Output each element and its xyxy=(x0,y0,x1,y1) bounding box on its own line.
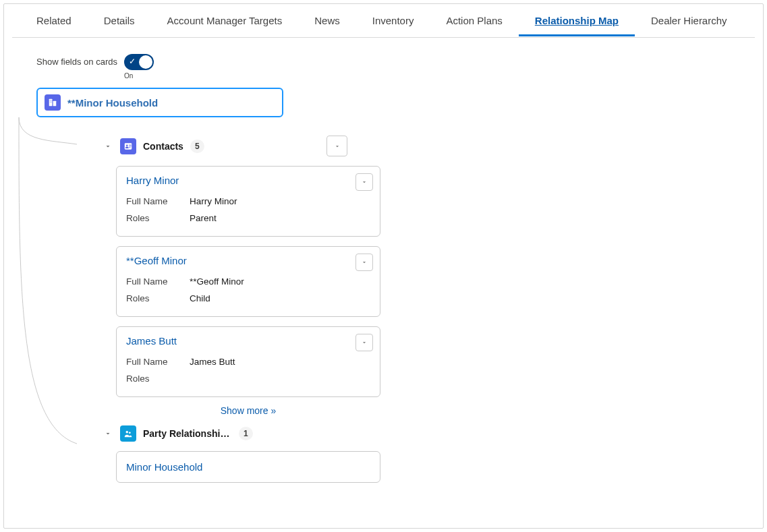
svg-rect-1 xyxy=(53,101,57,107)
field-row: Roles Parent xyxy=(126,210,372,227)
field-row: Roles Child xyxy=(126,290,372,307)
svg-rect-4 xyxy=(50,102,51,102)
contacts-count-badge: 5 xyxy=(190,140,204,153)
root-account-title: **Minor Household xyxy=(67,97,158,109)
field-value-roles: Parent xyxy=(190,213,217,223)
field-value-roles: Child xyxy=(190,293,210,303)
tree-area: **Minor Household Contacts 5 Harry Minor xyxy=(4,88,763,483)
svg-rect-2 xyxy=(50,100,51,101)
contacts-cards-column: Harry Minor Full Name Harry Minor Roles … xyxy=(116,166,380,420)
tab-account-manager-targets[interactable]: Account Manager Targets xyxy=(151,5,299,36)
account-icon xyxy=(45,94,61,111)
root-account-card[interactable]: **Minor Household xyxy=(36,88,283,117)
contact-card-menu-button[interactable] xyxy=(356,173,373,191)
contact-card-menu-button[interactable] xyxy=(356,334,373,351)
contact-card: James Butt Full Name James Butt Roles xyxy=(116,326,380,397)
contacts-icon xyxy=(120,138,136,154)
party-count-badge: 1 xyxy=(239,427,253,440)
contacts-show-more-link[interactable]: Show more » xyxy=(116,397,380,420)
tab-inventory[interactable]: Inventory xyxy=(356,5,430,36)
svg-rect-0 xyxy=(49,99,53,107)
tab-action-plans[interactable]: Action Plans xyxy=(430,5,518,36)
svg-rect-9 xyxy=(129,146,132,146)
show-fields-toggle-wrap: ✓ On xyxy=(124,54,154,80)
svg-rect-10 xyxy=(129,147,130,148)
contacts-section-menu-button[interactable] xyxy=(326,136,347,156)
party-card: Minor Household xyxy=(116,451,380,483)
party-cards-column: Minor Household xyxy=(116,451,380,483)
contacts-section-title: Contacts xyxy=(143,141,183,152)
field-row: Full Name Harry Minor xyxy=(126,193,372,210)
field-row: Full Name James Butt xyxy=(126,353,372,370)
field-label-full-name: Full Name xyxy=(126,196,190,206)
contact-card: **Geoff Minor Full Name **Geoff Minor Ro… xyxy=(116,246,380,317)
toggle-state-text: On xyxy=(124,72,154,80)
contacts-section-header: Contacts 5 xyxy=(36,136,763,156)
field-row: Roles xyxy=(126,370,372,387)
field-row: Full Name **Geoff Minor xyxy=(126,273,372,290)
tab-news[interactable]: News xyxy=(298,5,356,36)
show-fields-toggle[interactable]: ✓ xyxy=(124,54,154,70)
svg-rect-8 xyxy=(129,144,132,145)
svg-point-7 xyxy=(126,144,128,146)
party-relationship-icon xyxy=(120,425,136,442)
chevron-down-icon[interactable] xyxy=(103,428,113,439)
field-label-full-name: Full Name xyxy=(126,276,190,287)
svg-point-12 xyxy=(129,432,131,434)
field-value-full-name: **Geoff Minor xyxy=(190,276,244,287)
party-section-title: Party Relationship Groups xyxy=(143,428,232,439)
party-name-link[interactable]: Minor Household xyxy=(126,461,370,473)
contact-card: Harry Minor Full Name Harry Minor Roles … xyxy=(116,166,380,237)
tab-dealer-hierarchy[interactable]: Dealer Hierarchy xyxy=(635,5,743,36)
contact-card-menu-button[interactable] xyxy=(356,254,373,271)
tab-related[interactable]: Related xyxy=(20,5,88,36)
svg-rect-3 xyxy=(51,100,52,101)
contact-name-link[interactable]: James Butt xyxy=(126,335,372,347)
party-section-header: Party Relationship Groups 1 xyxy=(36,425,763,442)
chevron-down-icon[interactable] xyxy=(103,141,113,152)
toggle-knob xyxy=(139,55,152,69)
field-value-full-name: Harry Minor xyxy=(190,196,237,206)
check-icon: ✓ xyxy=(129,57,136,66)
field-value-full-name: James Butt xyxy=(190,357,235,367)
tab-details[interactable]: Details xyxy=(88,5,151,36)
svg-rect-5 xyxy=(51,102,52,102)
contact-name-link[interactable]: Harry Minor xyxy=(126,175,372,186)
show-fields-toggle-label: Show fields on cards xyxy=(36,54,117,67)
contact-name-link[interactable]: **Geoff Minor xyxy=(126,255,372,266)
field-label-full-name: Full Name xyxy=(126,357,190,367)
field-label-roles: Roles xyxy=(126,374,190,384)
field-label-roles: Roles xyxy=(126,293,190,303)
tab-relationship-map[interactable]: Relationship Map xyxy=(519,5,635,36)
field-label-roles: Roles xyxy=(126,213,190,223)
relationship-map-panel: Related Details Account Manager Targets … xyxy=(3,3,764,529)
svg-point-11 xyxy=(126,431,129,434)
show-fields-toggle-row: Show fields on cards ✓ On xyxy=(4,38,763,88)
tab-bar: Related Details Account Manager Targets … xyxy=(12,4,755,38)
